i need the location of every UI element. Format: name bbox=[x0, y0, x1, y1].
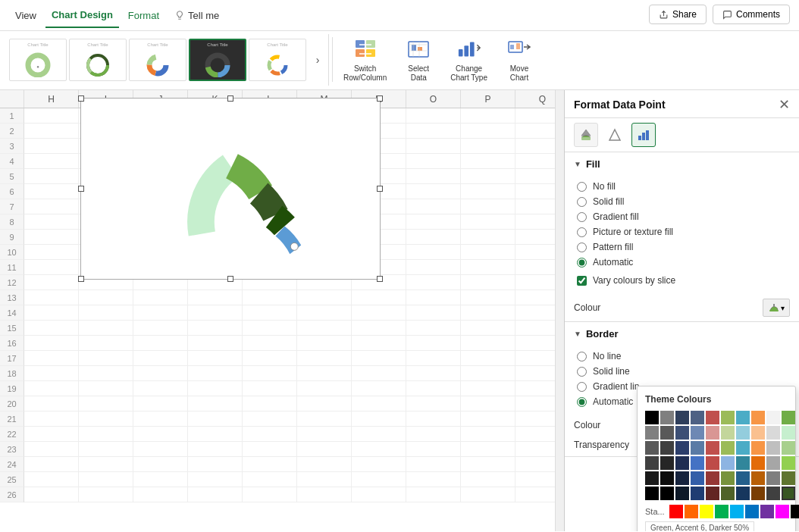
cell[interactable] bbox=[406, 139, 461, 154]
cell[interactable] bbox=[297, 321, 352, 336]
cell[interactable] bbox=[297, 442, 352, 457]
cell[interactable] bbox=[79, 396, 133, 412]
cell[interactable] bbox=[243, 305, 297, 321]
cell[interactable] bbox=[133, 457, 188, 472]
cell[interactable] bbox=[24, 487, 79, 502]
cell[interactable] bbox=[243, 321, 297, 336]
cell[interactable] bbox=[515, 275, 555, 290]
cell[interactable] bbox=[24, 336, 79, 351]
cell[interactable] bbox=[461, 396, 515, 412]
cell[interactable] bbox=[24, 442, 79, 457]
cell[interactable] bbox=[188, 472, 243, 487]
cell[interactable] bbox=[243, 412, 297, 427]
color-swatch[interactable] bbox=[782, 487, 795, 500]
cell[interactable] bbox=[515, 184, 555, 199]
cell[interactable] bbox=[133, 336, 188, 351]
cell[interactable] bbox=[243, 290, 297, 305]
color-swatch[interactable] bbox=[736, 487, 750, 500]
cell[interactable] bbox=[461, 124, 515, 139]
color-swatch[interactable] bbox=[660, 456, 674, 470]
cell[interactable] bbox=[297, 351, 352, 366]
cell[interactable] bbox=[515, 351, 555, 366]
color-swatch[interactable] bbox=[782, 441, 795, 455]
cell[interactable] bbox=[461, 245, 515, 260]
cell[interactable] bbox=[79, 321, 133, 336]
scroll-right-arrow[interactable]: › bbox=[310, 54, 325, 66]
color-swatch[interactable] bbox=[645, 456, 659, 470]
standard-color-swatch[interactable] bbox=[715, 505, 728, 518]
color-swatch[interactable] bbox=[645, 426, 659, 440]
color-swatch[interactable] bbox=[736, 456, 750, 470]
cell[interactable] bbox=[515, 199, 555, 214]
cell[interactable] bbox=[24, 305, 79, 321]
cell[interactable] bbox=[24, 124, 79, 139]
color-swatch[interactable] bbox=[645, 471, 659, 485]
select-data-button[interactable]: SelectData bbox=[396, 34, 441, 86]
cell[interactable] bbox=[24, 290, 79, 305]
cell[interactable] bbox=[406, 214, 461, 230]
standard-color-swatch[interactable] bbox=[760, 505, 774, 518]
cell[interactable] bbox=[24, 260, 79, 275]
panel-tab-bar[interactable] bbox=[631, 123, 656, 147]
color-swatch[interactable] bbox=[782, 411, 795, 424]
cell[interactable] bbox=[461, 230, 515, 245]
cell[interactable] bbox=[515, 305, 555, 321]
cell[interactable] bbox=[352, 381, 406, 396]
color-swatch[interactable] bbox=[691, 456, 704, 470]
cell[interactable] bbox=[406, 230, 461, 245]
cell[interactable] bbox=[24, 199, 79, 214]
move-chart-button[interactable]: MoveChart bbox=[497, 34, 542, 86]
cell[interactable] bbox=[352, 290, 406, 305]
cell[interactable] bbox=[24, 230, 79, 245]
cell[interactable] bbox=[188, 351, 243, 366]
cell[interactable] bbox=[243, 442, 297, 457]
handle-tc[interactable] bbox=[227, 95, 233, 102]
color-swatch[interactable] bbox=[660, 411, 674, 424]
cell[interactable] bbox=[461, 199, 515, 214]
color-swatch[interactable] bbox=[736, 426, 750, 440]
cell[interactable] bbox=[406, 124, 461, 139]
cell[interactable] bbox=[352, 442, 406, 457]
cell[interactable] bbox=[352, 321, 406, 336]
cell[interactable] bbox=[461, 154, 515, 169]
vary-colours-checkbox[interactable] bbox=[577, 276, 587, 286]
panel-tab-shape[interactable] bbox=[603, 123, 627, 147]
gradient-line-radio[interactable] bbox=[577, 382, 587, 392]
cell[interactable] bbox=[297, 290, 352, 305]
color-swatch[interactable] bbox=[691, 441, 704, 455]
cell[interactable] bbox=[79, 442, 133, 457]
cell[interactable] bbox=[406, 412, 461, 427]
chart-style-5[interactable]: Chart Title bbox=[249, 39, 306, 81]
cell[interactable] bbox=[24, 457, 79, 472]
cell[interactable] bbox=[24, 275, 79, 290]
chart-style-4[interactable]: Chart Title bbox=[189, 39, 246, 81]
picture-fill-radio[interactable] bbox=[577, 227, 587, 237]
cell[interactable] bbox=[79, 290, 133, 305]
color-swatch[interactable] bbox=[691, 487, 704, 500]
comments-button[interactable]: Comments bbox=[713, 5, 790, 24]
cell[interactable] bbox=[243, 487, 297, 502]
no-fill-radio[interactable] bbox=[577, 182, 587, 192]
handle-tr[interactable] bbox=[377, 95, 383, 102]
border-section-header[interactable]: ▼ Border bbox=[565, 322, 799, 346]
color-swatch[interactable] bbox=[660, 441, 674, 455]
color-swatch[interactable] bbox=[721, 487, 735, 500]
cell[interactable] bbox=[406, 366, 461, 381]
cell[interactable] bbox=[352, 305, 406, 321]
cell[interactable] bbox=[461, 412, 515, 427]
share-button[interactable]: Share bbox=[649, 5, 707, 24]
color-swatch[interactable] bbox=[751, 441, 765, 455]
cell[interactable] bbox=[461, 366, 515, 381]
cell[interactable] bbox=[461, 275, 515, 290]
color-swatch[interactable] bbox=[660, 487, 674, 500]
cell[interactable] bbox=[406, 457, 461, 472]
cell[interactable] bbox=[515, 442, 555, 457]
color-swatch[interactable] bbox=[691, 471, 704, 485]
cell[interactable] bbox=[406, 321, 461, 336]
tab-chart-design[interactable]: Chart Design bbox=[45, 3, 119, 28]
cell[interactable] bbox=[188, 366, 243, 381]
cell[interactable] bbox=[188, 427, 243, 442]
handle-mr[interactable] bbox=[377, 186, 383, 192]
cell[interactable] bbox=[406, 336, 461, 351]
cell[interactable] bbox=[406, 108, 461, 124]
